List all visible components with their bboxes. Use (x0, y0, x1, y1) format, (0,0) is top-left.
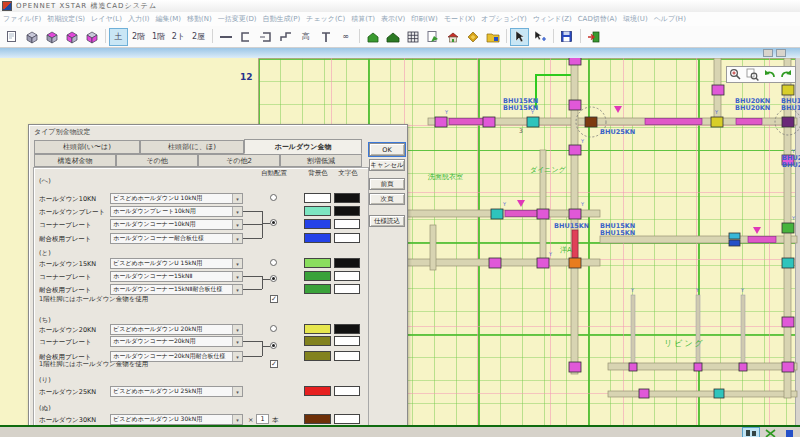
tab-other-2[interactable]: その他2 (198, 154, 280, 167)
hardware-select[interactable]: ホールダウンコーナー15kNⅡ▾ (110, 271, 243, 282)
bg-color-swatch[interactable] (304, 284, 331, 294)
menu-move[interactable]: 移動(N) (184, 14, 215, 24)
beam-step-icon[interactable] (276, 28, 295, 46)
bg-color-swatch[interactable] (304, 219, 331, 229)
menu-environment[interactable]: 環境(U) (620, 14, 651, 24)
cube-pink-front-icon[interactable] (62, 28, 81, 46)
menu-check[interactable]: チェック(C) (303, 14, 348, 24)
house-green-icon[interactable] (363, 28, 382, 46)
text-color-swatch[interactable] (334, 258, 360, 268)
bg-color-swatch[interactable] (304, 336, 331, 346)
auto-place-radio-group[interactable] (270, 219, 277, 226)
sheet-export-icon[interactable] (423, 28, 442, 46)
hardware-select[interactable]: ホールダウンコーナー10kN用▾ (110, 219, 243, 230)
floor-roof-button[interactable]: 2屋 (189, 28, 208, 46)
beam-line-icon[interactable] (216, 28, 235, 46)
folder-save-icon[interactable] (483, 28, 502, 46)
bg-color-swatch[interactable] (304, 414, 331, 424)
hardware-select[interactable]: ホールダウンコーナー耐合板仕様▾ (110, 233, 243, 244)
use-holddown-checkbox[interactable]: ✓ (270, 360, 278, 368)
hardware-select[interactable]: ビスどめホールダウンU 15kN用▾ (110, 258, 243, 269)
hardware-select[interactable]: ビスどめホールダウンU 30kN用▾ (110, 414, 243, 425)
hardware-select[interactable]: ホールダウンコーナー20kN用▾ (110, 336, 243, 347)
menu-window[interactable]: ウィンド(Z) (530, 14, 575, 24)
floor-2t-button[interactable]: 2ト (169, 28, 188, 46)
menu-cad-switch[interactable]: CAD切替(A) (575, 14, 620, 24)
text-color-swatch[interactable] (334, 414, 360, 424)
bg-color-swatch[interactable] (304, 324, 331, 334)
tab-other[interactable]: その他 (116, 154, 198, 167)
bg-color-swatch[interactable] (304, 386, 331, 396)
house-green-dark-icon[interactable] (383, 28, 402, 46)
menu-layer[interactable]: レイヤ(L) (88, 14, 125, 24)
use-holddown-checkbox[interactable]: ✓ (270, 295, 278, 303)
tab-increase-decrease[interactable]: 割増低減 (280, 154, 362, 167)
hardware-select[interactable]: ホールダウンコーナー15kNⅡ耐合板仕様▾ (110, 284, 243, 295)
menu-initial-settings[interactable]: 初期設定(S) (44, 14, 88, 24)
hardware-select[interactable]: ビスどめホールダウンU 20kN用▾ (110, 324, 243, 335)
bg-color-swatch[interactable] (304, 206, 331, 216)
tab-pillar-top-b[interactable]: 柱頭部(に、ほ) (140, 140, 244, 154)
count-input[interactable]: 1 (256, 414, 269, 424)
floor-foundation-button[interactable]: 土 (109, 28, 128, 46)
floor-1f-button[interactable]: 1階 (149, 28, 168, 46)
text-color-swatch[interactable] (334, 324, 360, 334)
prev-page-button[interactable]: 前頁 (369, 178, 405, 190)
cube-pink-both-icon[interactable] (82, 28, 101, 46)
zoom-in-icon[interactable] (729, 68, 742, 81)
auto-place-radio[interactable] (270, 325, 277, 332)
status-base-icon[interactable] (762, 427, 778, 437)
hardware-select[interactable]: ホールダウンプレート10kN用▾ (110, 206, 243, 217)
ok-button[interactable]: OK (369, 143, 405, 156)
redo-icon[interactable] (780, 68, 793, 81)
text-color-swatch[interactable] (334, 206, 360, 216)
child-close-button[interactable] (776, 49, 786, 57)
beam-height-icon[interactable]: 高 (296, 28, 315, 46)
text-color-swatch[interactable] (334, 219, 360, 229)
bg-color-swatch[interactable] (304, 271, 331, 281)
child-restore-button[interactable] (763, 49, 773, 57)
tab-structural-hardware[interactable]: 構造材金物 (34, 154, 116, 167)
hardware-select[interactable]: ビスどめホールダウンU 25kN用▾ (110, 386, 243, 397)
text-color-swatch[interactable] (334, 386, 360, 396)
exit-door-icon[interactable] (584, 28, 603, 46)
menu-print[interactable]: 印刷(W) (408, 14, 440, 24)
cube-pink-top-icon[interactable] (42, 28, 61, 46)
hardware-select[interactable]: ビスどめホールダウンU 10kN用▾ (110, 193, 243, 204)
menu-estimate[interactable]: 積算(T) (348, 14, 378, 24)
status-tool-icon[interactable] (742, 427, 760, 437)
tab-holddown-hardware[interactable]: ホールダウン金物 (244, 139, 362, 154)
menu-view[interactable]: 表示(V) (378, 14, 408, 24)
cancel-button[interactable]: キャンセル (369, 159, 405, 171)
beam-continuous-icon[interactable]: ∞ (336, 28, 355, 46)
beam-tee-icon[interactable] (316, 28, 335, 46)
next-page-button[interactable]: 次頁 (369, 193, 405, 205)
status-layer-icon[interactable] (782, 427, 796, 437)
menu-help[interactable]: ヘルプ(H) (651, 14, 689, 24)
menu-auto-generate[interactable]: 自動生成(P) (260, 14, 304, 24)
house-red-icon[interactable] (443, 28, 462, 46)
undo-icon[interactable] (763, 68, 776, 81)
disk-blue-icon[interactable] (557, 28, 576, 46)
bg-color-swatch[interactable] (304, 351, 331, 361)
bg-color-swatch[interactable] (304, 258, 331, 268)
pointer-select-icon[interactable] (510, 28, 529, 46)
bg-color-swatch[interactable] (304, 193, 331, 203)
tab-pillar-top-a[interactable]: 柱頭部(い〜は) (34, 140, 140, 154)
zoom-extent-icon[interactable] (746, 68, 759, 81)
cube-gray-icon[interactable] (22, 28, 41, 46)
menu-file[interactable]: ファイル(F) (0, 14, 44, 24)
menu-mode[interactable]: モード(X) (441, 14, 479, 24)
beam-channel-reverse-icon[interactable] (256, 28, 275, 46)
floor-2f-button[interactable]: 2階 (129, 28, 148, 46)
text-color-swatch[interactable] (334, 193, 360, 203)
hardware-gold-icon[interactable] (463, 28, 482, 46)
auto-place-radio-group[interactable] (270, 275, 277, 282)
text-color-swatch[interactable] (334, 233, 360, 243)
menu-option[interactable]: オプション(Y) (478, 14, 530, 24)
auto-place-radio[interactable] (270, 194, 277, 201)
text-color-swatch[interactable] (334, 336, 360, 346)
menu-input[interactable]: 入力(I) (125, 14, 153, 24)
text-color-swatch[interactable] (334, 271, 360, 281)
menu-bulk-change[interactable]: 一括変更(D) (215, 14, 260, 24)
